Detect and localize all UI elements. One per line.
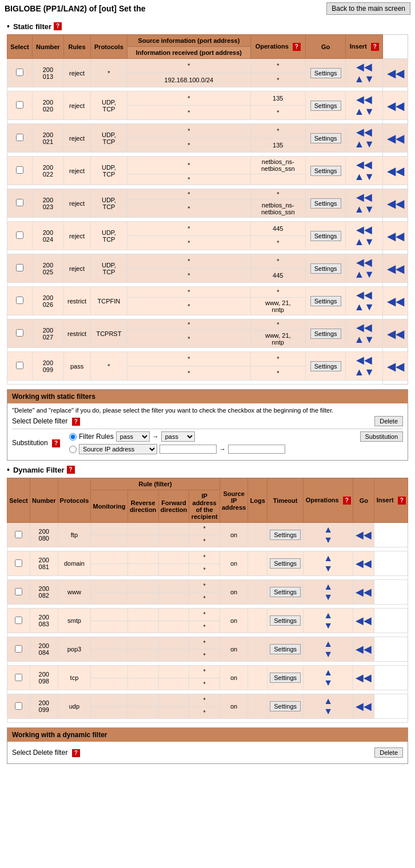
d-go-up-icon[interactable]: ▲ — [306, 639, 350, 649]
d-go-up-icon[interactable]: ▲ — [306, 553, 350, 563]
d-settings-button[interactable]: Settings — [270, 644, 301, 654]
dynamic-select-delete-help-icon[interactable]: ? — [72, 749, 80, 757]
row-checkbox[interactable] — [16, 134, 23, 141]
select-delete-help-icon[interactable]: ? — [72, 418, 80, 426]
d-insert-icon[interactable]: ◀◀ — [356, 586, 372, 598]
d-go-up-icon[interactable]: ▲ — [306, 667, 350, 678]
d-insert-icon[interactable]: ◀◀ — [356, 529, 372, 541]
settings-button[interactable]: Settings — [310, 329, 341, 339]
settings-button[interactable]: Settings — [310, 296, 341, 306]
insert-icon[interactable]: ◀◀ — [385, 359, 405, 373]
operations-help-icon[interactable]: ? — [293, 43, 301, 51]
back-to-main-button[interactable]: Back to the main screen — [326, 2, 410, 15]
go-down-icon[interactable]: ▲▼ — [348, 301, 380, 313]
go-up-icon[interactable]: ◀◀ — [348, 191, 380, 203]
doperations-help-icon[interactable]: ? — [343, 497, 351, 505]
d-row-checkbox[interactable] — [15, 617, 22, 624]
go-down-icon[interactable]: ▲▼ — [348, 334, 380, 346]
d-settings-button[interactable]: Settings — [270, 673, 301, 683]
d-go-up-icon[interactable]: ▲ — [306, 582, 350, 592]
d-insert-icon[interactable]: ◀◀ — [356, 558, 372, 569]
go-up-icon[interactable]: ◀◀ — [348, 256, 380, 269]
d-row-checkbox[interactable] — [15, 645, 22, 653]
pass-select-1[interactable]: pass reject restrict — [116, 431, 150, 442]
d-insert-icon[interactable]: ◀◀ — [356, 701, 372, 712]
d-go-down-icon[interactable]: ▼ — [306, 535, 350, 545]
d-row-checkbox[interactable] — [15, 559, 22, 567]
go-down-icon[interactable]: ▲▼ — [348, 171, 380, 183]
d-go-down-icon[interactable]: ▼ — [306, 563, 350, 574]
d-insert-icon[interactable]: ◀◀ — [356, 643, 372, 655]
insert-help-icon[interactable]: ? — [371, 43, 379, 51]
d-go-down-icon[interactable]: ▼ — [306, 706, 350, 717]
go-up-icon[interactable]: ◀◀ — [348, 61, 380, 73]
go-down-icon[interactable]: ▲▼ — [348, 366, 380, 378]
static-delete-button[interactable]: Delete — [374, 416, 403, 426]
d-row-checkbox[interactable] — [15, 531, 22, 538]
d-go-up-icon[interactable]: ▲ — [306, 610, 350, 621]
d-settings-button[interactable]: Settings — [270, 587, 301, 597]
substitution-button[interactable]: Substitution — [360, 431, 403, 442]
row-checkbox[interactable] — [16, 329, 23, 337]
filter-rules-radio[interactable] — [69, 433, 77, 441]
go-up-icon[interactable]: ◀◀ — [348, 223, 380, 236]
d-go-down-icon[interactable]: ▼ — [306, 649, 350, 659]
d-row-checkbox[interactable] — [15, 588, 22, 595]
d-settings-button[interactable]: Settings — [270, 615, 301, 626]
d-insert-icon[interactable]: ◀◀ — [356, 672, 372, 683]
d-go-up-icon[interactable]: ▲ — [306, 696, 350, 706]
settings-button[interactable]: Settings — [310, 231, 341, 241]
row-checkbox[interactable] — [16, 264, 23, 271]
insert-icon[interactable]: ◀◀ — [385, 197, 405, 210]
dynamic-delete-button[interactable]: Delete — [374, 747, 403, 758]
go-up-icon[interactable]: ◀◀ — [348, 126, 380, 138]
settings-button[interactable]: Settings — [310, 101, 341, 111]
insert-icon[interactable]: ◀◀ — [385, 294, 405, 308]
go-down-icon[interactable]: ▲▼ — [348, 203, 380, 215]
d-insert-icon[interactable]: ◀◀ — [356, 615, 372, 626]
insert-icon[interactable]: ◀◀ — [385, 66, 405, 80]
insert-icon[interactable]: ◀◀ — [385, 262, 405, 275]
source-ip-radio[interactable] — [69, 446, 77, 453]
settings-button[interactable]: Settings — [310, 68, 341, 78]
go-down-icon[interactable]: ▲▼ — [348, 269, 380, 281]
row-checkbox[interactable] — [16, 166, 23, 174]
source-ip-input-to[interactable] — [228, 445, 285, 454]
row-checkbox[interactable] — [16, 199, 23, 206]
substitution-help-icon[interactable]: ? — [52, 439, 60, 447]
go-down-icon[interactable]: ▲▼ — [348, 236, 380, 248]
d-settings-button[interactable]: Settings — [270, 558, 301, 569]
insert-icon[interactable]: ◀◀ — [385, 131, 405, 145]
static-filter-help-icon[interactable]: ? — [54, 22, 62, 30]
go-down-icon[interactable]: ▲▼ — [348, 138, 380, 150]
source-ip-input-from[interactable] — [159, 445, 217, 454]
go-up-icon[interactable]: ◀◀ — [348, 93, 380, 106]
insert-icon[interactable]: ◀◀ — [385, 229, 405, 243]
go-up-icon[interactable]: ◀◀ — [348, 321, 380, 334]
d-go-down-icon[interactable]: ▼ — [306, 678, 350, 688]
dinsert-help-icon[interactable]: ? — [398, 497, 406, 505]
dynamic-filter-help-icon[interactable]: ? — [67, 466, 75, 474]
go-down-icon[interactable]: ▲▼ — [348, 106, 380, 118]
go-down-icon[interactable]: ▲▼ — [348, 73, 380, 85]
go-up-icon[interactable]: ◀◀ — [348, 354, 380, 366]
go-up-icon[interactable]: ◀◀ — [348, 289, 380, 301]
settings-button[interactable]: Settings — [310, 133, 341, 143]
insert-icon[interactable]: ◀◀ — [385, 99, 405, 113]
go-up-icon[interactable]: ◀◀ — [348, 158, 380, 171]
row-checkbox[interactable] — [16, 231, 23, 239]
row-checkbox[interactable] — [16, 362, 23, 369]
row-checkbox[interactable] — [16, 297, 23, 304]
insert-icon[interactable]: ◀◀ — [385, 327, 405, 341]
d-row-checkbox[interactable] — [15, 702, 22, 710]
insert-icon[interactable]: ◀◀ — [385, 164, 405, 178]
d-settings-button[interactable]: Settings — [270, 701, 301, 711]
settings-button[interactable]: Settings — [310, 263, 341, 274]
pass-select-2[interactable]: pass reject restrict — [161, 431, 195, 442]
row-checkbox[interactable] — [16, 69, 23, 76]
d-go-down-icon[interactable]: ▼ — [306, 592, 350, 602]
row-checkbox[interactable] — [16, 101, 23, 109]
d-row-checkbox[interactable] — [15, 674, 22, 681]
settings-button[interactable]: Settings — [310, 166, 341, 176]
settings-button[interactable]: Settings — [310, 361, 341, 371]
